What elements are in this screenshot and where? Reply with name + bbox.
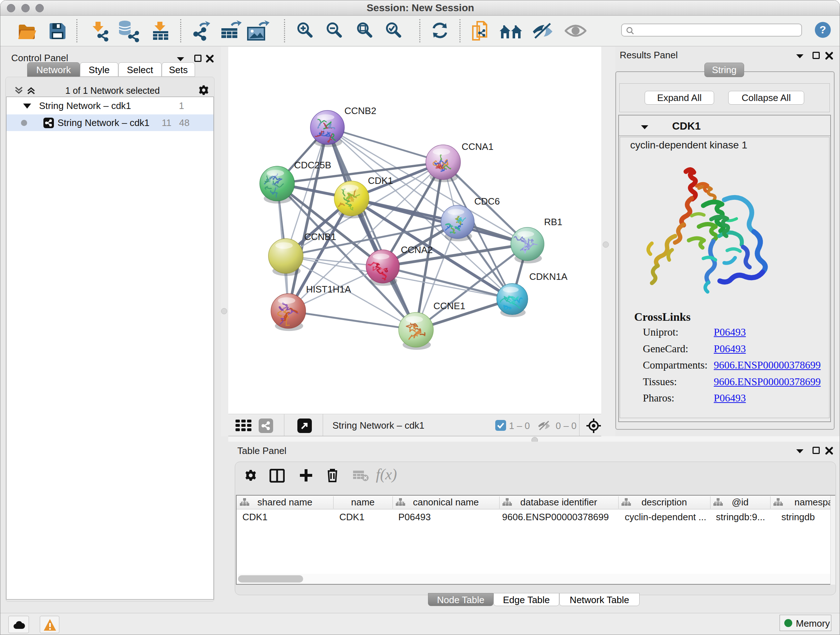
svg-text:HIST1H1A: HIST1H1A xyxy=(306,284,351,295)
svg-text:CCNA2: CCNA2 xyxy=(401,244,433,255)
svg-text:CDC25B: CDC25B xyxy=(294,160,332,171)
svg-text:RB1: RB1 xyxy=(544,217,562,227)
svg-text:CCNB1: CCNB1 xyxy=(304,231,336,242)
svg-text:CDK1: CDK1 xyxy=(368,175,393,186)
svg-text:CDKN1A: CDKN1A xyxy=(529,271,568,282)
svg-text:CCNA1: CCNA1 xyxy=(462,141,493,152)
svg-text:?: ? xyxy=(819,24,826,35)
svg-text:CCNE1: CCNE1 xyxy=(433,301,465,311)
svg-text:CCNB2: CCNB2 xyxy=(344,105,376,116)
svg-text:CDC6: CDC6 xyxy=(474,196,500,207)
